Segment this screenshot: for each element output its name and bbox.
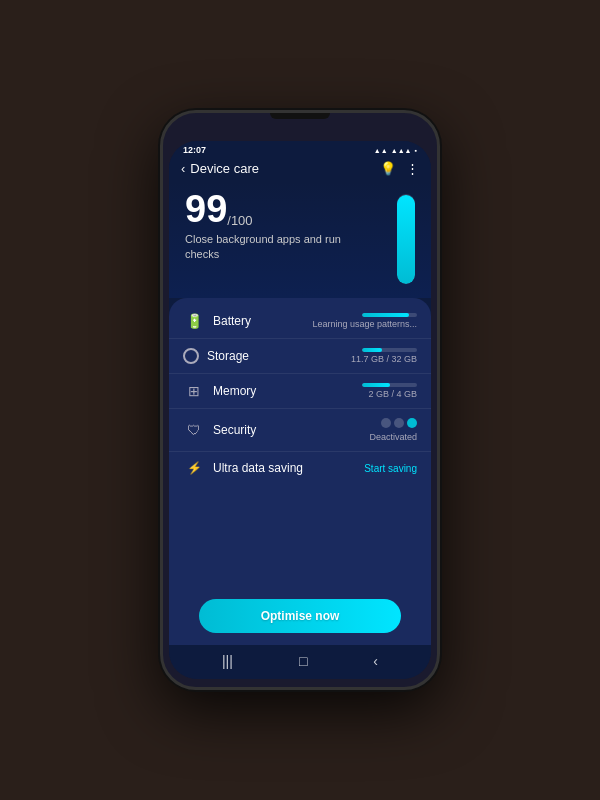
battery-icon: ▪ [415, 147, 417, 154]
security-card-icon: 🛡 [183, 422, 205, 438]
storage-card-value: 11.7 GB / 32 GB [351, 354, 417, 364]
bulb-icon[interactable]: 💡 [380, 161, 396, 176]
storage-bar [362, 348, 417, 352]
optimize-button[interactable]: Optimise now [199, 599, 401, 633]
toggle-dot-3 [407, 418, 417, 428]
score-left: 99/100 Close background apps and run che… [185, 190, 355, 263]
page-title: Device care [190, 161, 259, 176]
status-icons: ▲▲ ▲▲▲ ▪ [374, 147, 417, 154]
memory-bar-fill [362, 383, 390, 387]
ultra-data-right: Start saving [364, 463, 417, 474]
battery-card[interactable]: 🔋 Battery Learning usage patterns... [169, 304, 431, 339]
nav-home-icon[interactable]: □ [299, 653, 307, 669]
score-max: /100 [227, 213, 252, 228]
ultra-data-value: Start saving [364, 463, 417, 474]
memory-card[interactable]: ⊞ Memory 2 GB / 4 GB [169, 374, 431, 409]
security-toggle [381, 418, 417, 428]
security-card-label: Security [213, 423, 369, 437]
security-card-right: Deactivated [369, 418, 417, 442]
cards-section: 🔋 Battery Learning usage patterns... Sto… [169, 298, 431, 589]
score-description: Close background apps and run checks [185, 232, 355, 263]
security-card-value: Deactivated [369, 432, 417, 442]
score-value: 99 [185, 188, 227, 230]
nav-back-icon[interactable]: ‹ [373, 653, 378, 669]
optimize-section: Optimise now [169, 589, 431, 645]
battery-bar [362, 313, 417, 317]
phone-wrapper: 12:07 ▲▲ ▲▲▲ ▪ ‹ Device care 💡 ⋮ [160, 110, 440, 690]
nav-recent-icon[interactable]: ||| [222, 653, 233, 669]
back-button[interactable]: ‹ [181, 161, 185, 176]
phone-body: 12:07 ▲▲ ▲▲▲ ▪ ‹ Device care 💡 ⋮ [160, 110, 440, 690]
memory-bar [362, 383, 417, 387]
phone-notch [270, 113, 330, 119]
memory-card-label: Memory [213, 384, 362, 398]
status-bar: 12:07 ▲▲ ▲▲▲ ▪ [169, 141, 431, 157]
storage-card-icon [183, 348, 199, 364]
memory-card-icon: ⊞ [183, 383, 205, 399]
battery-card-right: Learning usage patterns... [312, 313, 417, 329]
top-bar: ‹ Device care 💡 ⋮ [169, 157, 431, 182]
wifi-icon: ▲▲ [374, 147, 388, 154]
nav-bar: ||| □ ‹ [169, 645, 431, 679]
battery-card-label: Battery [213, 314, 312, 328]
storage-bar-fill [362, 348, 382, 352]
score-bar-fill [397, 195, 415, 284]
phone-screen: 12:07 ▲▲ ▲▲▲ ▪ ‹ Device care 💡 ⋮ [169, 141, 431, 679]
status-time: 12:07 [183, 145, 206, 155]
toggle-dot-1 [381, 418, 391, 428]
ultra-data-label: Ultra data saving [213, 461, 364, 475]
storage-card[interactable]: Storage 11.7 GB / 32 GB [169, 339, 431, 374]
ultra-data-icon: ⚡ [183, 461, 205, 475]
memory-card-value: 2 GB / 4 GB [368, 389, 417, 399]
more-icon[interactable]: ⋮ [406, 161, 419, 176]
memory-card-right: 2 GB / 4 GB [362, 383, 417, 399]
toggle-dot-2 [394, 418, 404, 428]
battery-card-icon: 🔋 [183, 313, 205, 329]
security-card[interactable]: 🛡 Security Deactivated [169, 409, 431, 452]
storage-card-right: 11.7 GB / 32 GB [351, 348, 417, 364]
battery-bar-fill [362, 313, 409, 317]
signal-icon: ▲▲▲ [391, 147, 412, 154]
battery-card-value: Learning usage patterns... [312, 319, 417, 329]
ultra-data-card[interactable]: ⚡ Ultra data saving Start saving [169, 452, 431, 484]
storage-card-label: Storage [207, 349, 351, 363]
score-bar-container [397, 194, 415, 284]
score-section: 99/100 Close background apps and run che… [169, 182, 431, 298]
top-bar-right: 💡 ⋮ [380, 161, 419, 176]
top-bar-left: ‹ Device care [181, 161, 259, 176]
